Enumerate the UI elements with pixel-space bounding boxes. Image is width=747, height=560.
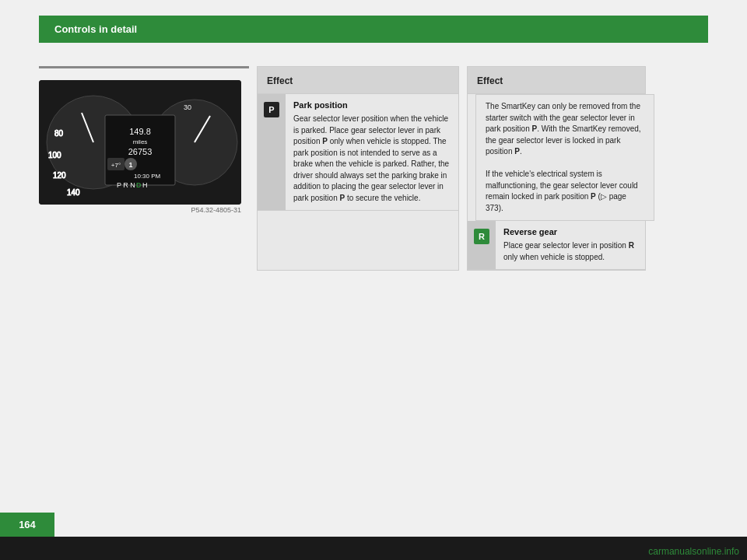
svg-text:100: 100 [48, 151, 61, 159]
reverse-text: Place gear selector lever in position R … [503, 240, 637, 263]
svg-text:140: 140 [67, 188, 80, 197]
left-panel: 80 100 120 140 20 10 [39, 66, 249, 271]
right-panel-header: Effect [468, 67, 645, 94]
reverse-badge: R [474, 229, 489, 244]
park-title: Park position [293, 100, 451, 110]
svg-text:149.8: 149.8 [129, 127, 151, 136]
main-content: Controls in detail 80 [0, 0, 747, 537]
middle-panel: Effect P Park position Gear selector lev… [257, 66, 459, 271]
instrument-cluster: 80 100 120 140 20 10 [39, 80, 241, 205]
page-number-badge: 164 [0, 513, 54, 537]
park-text: Gear selector lever position when the ve… [293, 114, 451, 204]
header-bar: Controls in detail [39, 16, 708, 43]
middle-panel-header: Effect [258, 67, 458, 94]
right-panel-header-text: Effect [477, 75, 503, 86]
park-position-row: P Park position Gear selector lever posi… [258, 94, 458, 211]
header-title: Controls in detail [54, 23, 137, 35]
reverse-title: Reverse gear [503, 227, 637, 236]
park-badge: P [264, 102, 279, 117]
right-panel: Effect The SmartKey can only be removed … [467, 66, 646, 271]
reverse-icon-cell: R [468, 221, 496, 269]
right-panel-top: The SmartKey can only be removed from th… [475, 94, 654, 221]
svg-text:D: D [136, 181, 142, 189]
content-area: 80 100 120 140 20 10 [39, 66, 708, 271]
middle-panel-header-text: Effect [267, 75, 293, 86]
svg-text:120: 120 [53, 171, 66, 180]
smartkey-text: The SmartKey can only be removed from th… [486, 101, 644, 214]
watermark-highlight: manuals [661, 546, 696, 557]
svg-text:+7°: +7° [111, 162, 121, 169]
svg-text:H: H [142, 181, 148, 189]
svg-text:80: 80 [54, 129, 64, 138]
img-caption: P54.32-4805-31 [39, 206, 241, 214]
svg-text:1: 1 [128, 161, 132, 169]
section-line [39, 66, 249, 68]
svg-text:miles: miles [133, 138, 148, 145]
watermark-brand: car [648, 546, 661, 557]
reverse-content-cell: Reverse gear Place gear selector lever i… [496, 221, 645, 269]
watermark-bar: carmanualsonline.info [0, 543, 747, 560]
svg-text:10:30 PM: 10:30 PM [134, 173, 161, 180]
park-content-cell: Park position Gear selector lever positi… [286, 94, 458, 210]
svg-text:26753: 26753 [128, 147, 153, 156]
svg-text:P R N: P R N [117, 181, 135, 189]
watermark-text: carmanualsonline.info [648, 546, 739, 557]
watermark-domain: online.info [696, 546, 739, 557]
svg-text:30: 30 [184, 103, 191, 111]
park-icon-cell: P [258, 94, 286, 210]
reverse-gear-row: R Reverse gear Place gear selector lever… [468, 221, 645, 270]
